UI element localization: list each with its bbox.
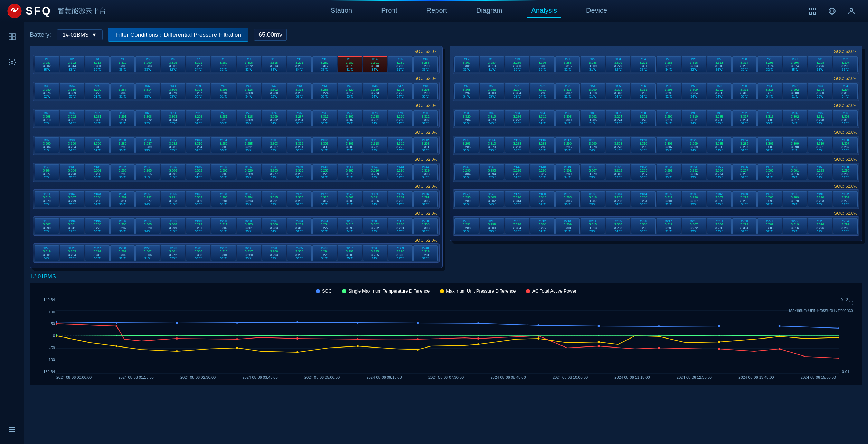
battery-cell[interactable]: #203.3083.30532℃ — [530, 56, 555, 72]
battery-cell[interactable]: #363.2873.30231℃ — [110, 83, 135, 99]
battery-cell[interactable]: #1093.3033.30032℃ — [338, 137, 362, 153]
battery-cell[interactable]: #1513.2823.31632℃ — [606, 164, 630, 180]
battery-cell[interactable]: #1493.3013.28934℃ — [555, 164, 580, 180]
battery-cell[interactable]: #1933.3073.29032℃ — [35, 218, 59, 234]
battery-cell[interactable]: #823.3193.27834℃ — [480, 110, 504, 126]
battery-cell[interactable]: #1703.3153.29133℃ — [262, 191, 286, 207]
battery-cell[interactable]: #673.2813.30034℃ — [85, 110, 110, 126]
battery-cell[interactable]: #193.2893.30032℃ — [505, 56, 529, 72]
battery-cell[interactable]: #1213.3053.30733℃ — [657, 137, 681, 153]
battery-cell[interactable]: #533.3153.30232℃ — [555, 83, 580, 99]
battery-cell[interactable]: #2073.2803.29133℃ — [388, 218, 413, 234]
battery-cell[interactable]: #1723.3133.31235℃ — [312, 191, 337, 207]
battery-cell[interactable]: #63.3153.30132℃ — [161, 56, 185, 72]
battery-cell[interactable]: #2203.2993.30432℃ — [732, 218, 757, 234]
battery-cell[interactable]: #1163.2833.28833℃ — [530, 137, 555, 153]
battery-cell[interactable]: #2353.3083.29033℃ — [287, 245, 312, 261]
battery-cell[interactable]: #243.2913.30135℃ — [631, 56, 655, 72]
battery-cell[interactable]: #1373.3203.28935℃ — [237, 164, 261, 180]
battery-cell[interactable]: #403.2933.29131℃ — [211, 83, 236, 99]
battery-cell[interactable]: #1433.2983.27531℃ — [388, 164, 413, 180]
battery-cell[interactable]: #953.3113.27834℃ — [808, 110, 832, 126]
battery-cell[interactable]: #1463.2953.29432℃ — [480, 164, 504, 180]
battery-cell[interactable]: #1673.3093.30933℃ — [186, 191, 210, 207]
battery-cell[interactable]: #1323.2853.29633℃ — [110, 164, 135, 180]
battery-cell[interactable]: #2233.3163.27631℃ — [808, 218, 832, 234]
battery-cell[interactable]: #383.3093.27933℃ — [161, 83, 185, 99]
battery-cell[interactable]: #2043.2843.27733℃ — [312, 218, 337, 234]
expand-icon[interactable] — [806, 5, 819, 17]
battery-cell[interactable]: #2153.3063.29334℃ — [606, 218, 630, 234]
battery-cell[interactable]: #1613.3133.27032℃ — [35, 191, 59, 207]
battery-cell[interactable]: #1013.2873.28935℃ — [135, 137, 160, 153]
battery-cell[interactable]: #2033.2893.31231℃ — [287, 218, 312, 234]
battery-cell[interactable]: #1633.2843.29532℃ — [85, 191, 110, 207]
battery-cell[interactable]: #2403.3193.28132℃ — [413, 245, 438, 261]
battery-cell[interactable]: #83.2893.27633℃ — [211, 56, 236, 72]
battery-cell[interactable]: #1393.3033.28831℃ — [287, 164, 312, 180]
battery-cell[interactable]: #223.2863.30931℃ — [581, 56, 605, 72]
battery-cell[interactable]: #2053.3133.29534℃ — [338, 218, 362, 234]
battery-cell[interactable]: #2123.3083.27731℃ — [530, 218, 555, 234]
battery-cell[interactable]: #1733.3073.30531℃ — [338, 191, 362, 207]
battery-cell[interactable]: #693.3063.27232℃ — [135, 110, 160, 126]
battery-cell[interactable]: #2323.3163.30432℃ — [211, 245, 236, 261]
battery-cell[interactable]: #1283.3073.28735℃ — [833, 137, 858, 153]
battery-cell[interactable]: #1353.3023.29631℃ — [186, 164, 210, 180]
battery-cell[interactable]: #413.3163.30834℃ — [237, 83, 261, 99]
battery-cell[interactable]: #2133.3093.30131℃ — [555, 218, 580, 234]
battery-cell[interactable]: #523.3193.28034℃ — [530, 83, 555, 99]
battery-cell[interactable]: #1503.3073.27935℃ — [581, 164, 605, 180]
battery-cell[interactable]: #283.3143.29032℃ — [732, 56, 757, 72]
nav-profit[interactable]: Profit — [377, 4, 402, 18]
battery-cell[interactable]: #1523.2833.28735℃ — [631, 164, 655, 180]
battery-cell[interactable]: #1263.3093.29031℃ — [783, 137, 807, 153]
battery-cell[interactable]: #753.2873.28433℃ — [287, 110, 312, 126]
battery-cell[interactable]: #1443.3193.30834℃ — [413, 164, 438, 180]
battery-cell[interactable]: #33.3163.30432℃ — [85, 56, 110, 72]
battery-cell[interactable]: #323.3073.29533℃ — [833, 56, 858, 72]
battery-cell[interactable]: #1813.2853.30635℃ — [555, 191, 580, 207]
battery-cell[interactable]: #923.3173.28432℃ — [732, 110, 757, 126]
battery-cell[interactable]: #2213.3093.30832℃ — [757, 218, 782, 234]
battery-cell[interactable]: #2283.2823.30232℃ — [110, 245, 135, 261]
battery-cell[interactable]: #1583.3013.31635℃ — [783, 164, 807, 180]
battery-cell[interactable]: #1123.2953.31131℃ — [413, 137, 438, 153]
battery-cell[interactable]: #2343.2863.29333℃ — [262, 245, 286, 261]
battery-cell[interactable]: #2093.2913.28835℃ — [454, 218, 479, 234]
battery-cell[interactable]: #1963.3033.28735℃ — [110, 218, 135, 234]
battery-cell[interactable]: #1863.2963.30732℃ — [682, 191, 706, 207]
battery-cell[interactable]: #1943.3013.31131℃ — [60, 218, 84, 234]
battery-cell[interactable]: #2223.3193.31633℃ — [783, 218, 807, 234]
battery-cell[interactable]: #23.3023.31433℃ — [60, 56, 84, 72]
battery-cell[interactable]: #1143.3103.27033℃ — [480, 137, 504, 153]
battery-cell[interactable]: #1083.3063.30534℃ — [312, 137, 337, 153]
battery-cell[interactable]: #1543.2923.30633℃ — [682, 164, 706, 180]
battery-cell[interactable]: #873.2943.27433℃ — [606, 110, 630, 126]
battery-cell[interactable]: #153.2803.29931℃ — [388, 56, 413, 72]
battery-cell[interactable]: #2253.3193.30134℃ — [35, 245, 59, 261]
battery-cell[interactable]: #973.2903.28431℃ — [35, 137, 59, 153]
battery-cell[interactable]: #1743.3113.30634℃ — [363, 191, 387, 207]
battery-cell[interactable]: #1693.2943.31333℃ — [237, 191, 261, 207]
sidebar-item-settings[interactable] — [4, 55, 20, 70]
battery-cell[interactable]: #1253.3033.28032℃ — [757, 137, 782, 153]
battery-cell[interactable]: #633.3043.30033℃ — [808, 83, 832, 99]
battery-cell[interactable]: #2273.2923.31633℃ — [85, 245, 110, 261]
battery-cell[interactable]: #343.3103.30935℃ — [60, 83, 84, 99]
battery-cell[interactable]: #2013.2833.30135℃ — [237, 218, 261, 234]
battery-cell[interactable]: #2163.3083.28633℃ — [631, 218, 655, 234]
battery-cell[interactable]: #333.2803.27632℃ — [35, 83, 59, 99]
battery-cell[interactable]: #1793.2903.31435℃ — [505, 191, 529, 207]
battery-cell[interactable]: #103.3153.31334℃ — [262, 56, 286, 72]
battery-cell[interactable]: #163.2883.29033℃ — [413, 56, 438, 72]
battery-cell[interactable]: #1983.3083.29931℃ — [161, 218, 185, 234]
battery-cell[interactable]: #2083.3083.30832℃ — [413, 218, 438, 234]
battery-cell[interactable]: #293.2963.27432℃ — [757, 56, 782, 72]
battery-cell[interactable]: #853.3033.30034℃ — [555, 110, 580, 126]
battery-cell[interactable]: #133.2823.27931℃ — [338, 56, 362, 72]
battery-cell[interactable]: #813.3203.28435℃ — [454, 110, 479, 126]
battery-cell[interactable]: #543.2993.31831℃ — [581, 83, 605, 99]
battery-cell[interactable]: #1853.3193.30432℃ — [657, 191, 681, 207]
nav-device[interactable]: Device — [582, 4, 611, 18]
